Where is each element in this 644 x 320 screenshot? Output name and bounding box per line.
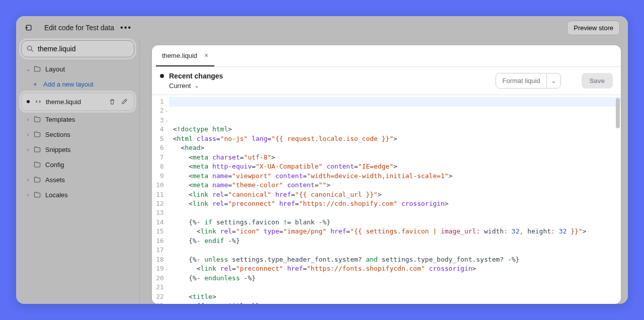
add-layout-button[interactable]: + Add a new layout (19, 76, 136, 92)
editor-panel: theme.liquid × Recent changes Current ⌄ (140, 39, 628, 304)
folder-icon (33, 191, 41, 199)
sidebar: ⌄ Layout + Add a new layout theme.liquid… (16, 39, 140, 304)
folder-icon (33, 115, 41, 123)
sidebar-group-snippets[interactable]: › Snippets (19, 142, 136, 157)
tab-theme-liquid[interactable]: theme.liquid × (156, 45, 214, 66)
chevron-right-icon: › (25, 117, 31, 122)
code-file-icon (35, 98, 42, 105)
current-version-label: Current (169, 82, 191, 90)
tab-strip: theme.liquid × (152, 45, 621, 67)
code-editor[interactable]: 12⌄3⌄45678910111213141516171819⌄20212223… (152, 95, 621, 304)
sidebar-file-theme-liquid[interactable]: theme.liquid (21, 93, 134, 111)
current-line-highlight (169, 97, 621, 107)
editor-subheader: Recent changes Current ⌄ Format liquid ⌄… (152, 67, 621, 95)
version-select[interactable]: Current ⌄ (169, 82, 223, 90)
svg-point-1 (27, 46, 31, 50)
delete-icon[interactable] (108, 97, 117, 106)
chevron-down-icon: ⌄ (25, 66, 31, 72)
close-tab-icon[interactable]: × (204, 51, 208, 59)
folder-icon (33, 130, 41, 138)
sidebar-group-config[interactable]: › Config (19, 157, 136, 172)
chevron-right-icon: › (25, 177, 31, 183)
save-button[interactable]: Save (582, 73, 613, 89)
chevron-right-icon: › (25, 147, 31, 152)
recent-changes-label: Recent changes (169, 72, 223, 80)
folder-icon (33, 176, 41, 184)
chevron-down-icon: ⌄ (195, 83, 199, 89)
chevron-right-icon: › (25, 192, 31, 198)
format-liquid-button[interactable]: Format liquid ⌄ (496, 73, 560, 89)
sidebar-group-label: Sections (45, 131, 70, 138)
more-icon[interactable]: ••• (120, 24, 132, 32)
sidebar-group-layout[interactable]: ⌄ Layout (19, 61, 136, 76)
app-window: Edit code for Test data ••• Preview stor… (16, 16, 628, 304)
sidebar-group-locales[interactable]: › Locales (19, 187, 136, 202)
sidebar-group-label: Assets (45, 176, 65, 184)
sidebar-group-label: Templates (45, 116, 75, 123)
unsaved-dot-icon (27, 100, 30, 103)
chevron-right-icon: › (25, 132, 31, 137)
scrollbar-thumb[interactable] (616, 98, 620, 128)
exit-icon[interactable] (24, 23, 33, 32)
sidebar-file-label: theme.liquid (46, 98, 105, 106)
search-icon (27, 45, 34, 52)
unsaved-dot-icon (160, 74, 164, 78)
sidebar-group-templates[interactable]: › Templates (19, 112, 136, 127)
page-title: Edit code for Test data (44, 24, 114, 32)
sidebar-group-assets[interactable]: › Assets (19, 172, 136, 187)
folder-icon (33, 145, 41, 153)
edit-icon[interactable] (120, 97, 129, 106)
sidebar-group-label: Snippets (45, 146, 71, 153)
sidebar-group-label: Layout (45, 65, 65, 73)
plus-icon: + (31, 80, 39, 88)
preview-store-button[interactable]: Preview store (567, 21, 620, 35)
sidebar-group-sections[interactable]: › Sections (19, 127, 136, 142)
search-input[interactable] (38, 45, 129, 53)
folder-icon (33, 65, 41, 73)
format-liquid-label: Format liquid (496, 73, 546, 88)
chevron-down-icon[interactable]: ⌄ (546, 73, 560, 88)
line-gutter: 12⌄3⌄45678910111213141516171819⌄20212223… (152, 95, 169, 304)
tab-label: theme.liquid (162, 52, 197, 59)
sidebar-group-label: Config (45, 161, 64, 169)
add-layout-label: Add a new layout (43, 81, 94, 88)
search-input-wrap[interactable] (21, 40, 134, 57)
code-content[interactable]: <!doctype html><html class="no-js" lang=… (169, 95, 621, 304)
topbar: Edit code for Test data ••• Preview stor… (16, 16, 628, 39)
folder-icon (33, 161, 41, 169)
sidebar-group-label: Locales (45, 191, 68, 199)
